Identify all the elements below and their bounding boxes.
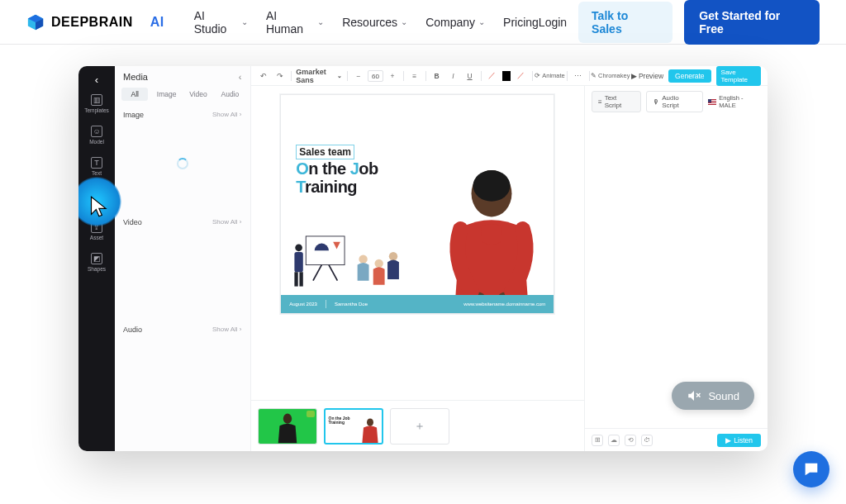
- media-section-video: Video: [123, 218, 142, 226]
- media-tab-image[interactable]: Image: [153, 88, 179, 101]
- svg-point-18: [283, 414, 291, 424]
- svg-point-19: [367, 418, 373, 426]
- media-section-audio: Audio: [123, 326, 142, 334]
- showall-image[interactable]: Show All ›: [212, 111, 242, 119]
- us-flag-icon: [708, 99, 716, 105]
- showall-audio[interactable]: Show All ›: [212, 326, 242, 334]
- brand-suffix: AI: [150, 15, 164, 30]
- rail-model[interactable]: ☺Model: [78, 119, 115, 150]
- left-rail: ‹ ▥Templates ☺Model TText ⇪Asset ◩Shapes: [78, 66, 115, 451]
- showall-video[interactable]: Show All ›: [212, 218, 242, 226]
- language-select[interactable]: English - MALE: [708, 94, 761, 109]
- thumb-2[interactable]: On the JobTraining: [324, 408, 383, 445]
- media-tab-all[interactable]: All: [121, 88, 148, 101]
- more-button[interactable]: ⋯: [573, 70, 584, 82]
- rail-shapes[interactable]: ◩Shapes: [78, 246, 115, 278]
- italic-button[interactable]: I: [448, 70, 459, 82]
- bold-button[interactable]: B: [431, 70, 443, 82]
- color-swatch[interactable]: [502, 71, 511, 81]
- thumb-1[interactable]: [258, 408, 317, 445]
- svg-point-11: [359, 254, 368, 263]
- add-slide-button[interactable]: ＋: [390, 408, 449, 445]
- chat-fab[interactable]: [793, 451, 829, 487]
- sound-label: Sound: [708, 390, 739, 402]
- media-tab-video[interactable]: Video: [185, 88, 212, 101]
- chevron-down-icon: ⌄: [401, 17, 407, 26]
- thumb-menu-icon[interactable]: [307, 411, 315, 417]
- nav-company[interactable]: Company⌄: [425, 9, 485, 36]
- script-tool-1[interactable]: ⊞: [592, 435, 603, 446]
- brand-logo[interactable]: DEEPBRAIN AI: [26, 13, 164, 31]
- media-title: Media: [123, 72, 148, 82]
- size-minus-button[interactable]: −: [353, 70, 364, 82]
- nav-center: AI Studio⌄ AI Human⌄ Resources⌄ Company⌄…: [194, 9, 539, 36]
- audio-script-tab[interactable]: 🎙Audio Script: [646, 91, 703, 112]
- canvas-area[interactable]: Sales team On the Job Training: [251, 86, 584, 400]
- list-icon: ≡: [598, 98, 602, 106]
- underline-button[interactable]: U: [464, 70, 476, 82]
- chevron-down-icon: ⌄: [337, 73, 342, 79]
- svg-rect-9: [295, 272, 298, 286]
- toolbar: ↶ ↷ Gmarket Sans⌄ − 60 + ≡ B I U ／: [251, 66, 768, 86]
- templates-icon: ▥: [91, 94, 102, 106]
- font-size-stepper[interactable]: − 60 +: [353, 70, 398, 82]
- script-tool-2[interactable]: ☁: [608, 435, 620, 446]
- shapes-icon: ◩: [91, 253, 102, 264]
- svg-rect-8: [295, 252, 303, 272]
- rail-templates[interactable]: ▥Templates: [78, 88, 115, 119]
- slide-title[interactable]: On the Job Training: [296, 159, 378, 196]
- footer-date: August 2023: [289, 302, 317, 307]
- generate-button[interactable]: Generate: [668, 69, 711, 83]
- font-size-value[interactable]: 60: [368, 70, 383, 82]
- align-button[interactable]: ≡: [409, 70, 421, 82]
- svg-point-7: [296, 244, 303, 251]
- strike-color-icon[interactable]: ／: [516, 70, 527, 82]
- preview-button[interactable]: ▶Preview: [631, 72, 663, 80]
- rail-back-button[interactable]: ‹: [78, 71, 115, 88]
- media-panel: Media ‹ All Image Video Audio ImageShow …: [115, 66, 251, 451]
- editor-panel: ‹ ▥Templates ☺Model TText ⇪Asset ◩Shapes…: [78, 66, 768, 451]
- text-script-tab[interactable]: ≡Text Script: [592, 91, 641, 112]
- stage: ‹ ▥Templates ☺Model TText ⇪Asset ◩Shapes…: [0, 45, 846, 451]
- slide-canvas[interactable]: Sales team On the Job Training: [280, 94, 554, 314]
- chevron-down-icon: ⌄: [478, 17, 485, 26]
- svg-rect-10: [300, 272, 303, 286]
- size-plus-button[interactable]: +: [387, 70, 398, 82]
- ai-presenter[interactable]: [436, 158, 547, 313]
- slide-footer: August 2023 Samantha Doe www.websitename…: [281, 295, 554, 313]
- text-color-red-icon[interactable]: ／: [486, 70, 497, 82]
- nav-resources[interactable]: Resources⌄: [342, 9, 407, 36]
- media-collapse-button[interactable]: ‹: [239, 72, 242, 82]
- text-icon: T: [91, 157, 102, 169]
- nav-ai-human[interactable]: AI Human⌄: [266, 9, 324, 36]
- listen-button[interactable]: ▶Listen: [717, 434, 761, 447]
- slide-subtitle[interactable]: Sales team: [296, 145, 354, 159]
- animate-button[interactable]: ⟳ Animate: [538, 70, 562, 82]
- font-select[interactable]: Gmarket Sans⌄: [296, 68, 342, 84]
- sound-toggle[interactable]: Sound: [672, 382, 754, 410]
- login-link[interactable]: Login: [539, 16, 567, 29]
- thumb-person-icon: [277, 411, 298, 443]
- thumb-2-title: On the JobTraining: [329, 416, 350, 426]
- script-tool-3[interactable]: ⟲: [625, 435, 636, 446]
- thumbnail-strip: On the JobTraining ＋: [251, 400, 584, 451]
- media-tab-audio[interactable]: Audio: [216, 88, 243, 101]
- chromakey-button[interactable]: ✎ Chromakey: [595, 70, 626, 82]
- get-started-button[interactable]: Get Started for Free: [684, 0, 820, 45]
- save-template-button[interactable]: Save Template: [716, 66, 761, 86]
- svg-line-4: [313, 265, 321, 281]
- talk-to-sales-button[interactable]: Talk to Sales: [578, 2, 673, 43]
- thumb-person-icon: [360, 416, 380, 443]
- speaker-muted-icon: [687, 388, 701, 403]
- undo-button[interactable]: ↶: [258, 70, 269, 82]
- nav-ai-studio[interactable]: AI Studio⌄: [194, 9, 248, 36]
- nav-pricing[interactable]: Pricing: [503, 9, 539, 36]
- play-icon: ▶: [725, 436, 731, 445]
- cursor-pointer-icon: [88, 195, 112, 218]
- script-tool-4[interactable]: ⏱: [641, 435, 653, 446]
- redo-button[interactable]: ↷: [274, 70, 286, 82]
- nav-right: Login Talk to Sales Get Started for Free: [539, 0, 820, 45]
- media-image-grid: [123, 119, 242, 208]
- model-icon: ☺: [91, 126, 102, 137]
- svg-line-5: [329, 265, 337, 281]
